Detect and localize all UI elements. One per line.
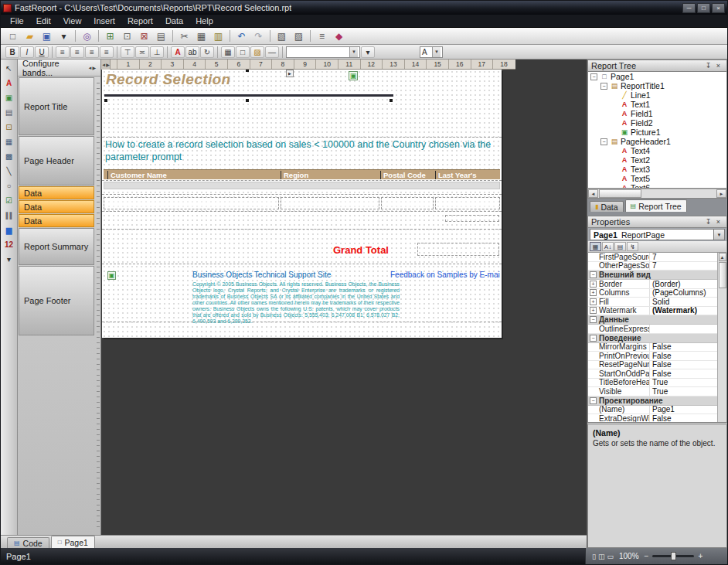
- matrix-tool[interactable]: ▩: [2, 150, 16, 163]
- pin-icon[interactable]: ↧: [703, 218, 713, 226]
- data-field-box[interactable]: [445, 215, 499, 222]
- selection-handle[interactable]: [246, 70, 249, 72]
- fill-color-button[interactable]: ▨: [250, 46, 264, 58]
- menu-insert[interactable]: Insert: [87, 15, 121, 26]
- border-all-button[interactable]: ▦: [221, 46, 235, 58]
- tree-item-text4[interactable]: AText4: [588, 146, 726, 155]
- configure-bands-button[interactable]: Configure bands... ◄▶: [18, 60, 100, 77]
- underline-button[interactable]: U: [35, 46, 49, 58]
- menu-view[interactable]: View: [57, 15, 88, 26]
- menu-help[interactable]: Help: [189, 15, 219, 26]
- single-page-view[interactable]: ▯: [592, 553, 596, 560]
- align-top-button[interactable]: ⊤: [121, 46, 134, 58]
- copy-button[interactable]: ▦: [193, 29, 209, 43]
- property-value[interactable]: False: [650, 369, 717, 378]
- property-value[interactable]: False: [650, 342, 717, 351]
- ungroup-button[interactable]: ▨: [291, 29, 307, 43]
- header-description-text[interactable]: How to create a record selection based o…: [105, 138, 493, 163]
- continuous-view[interactable]: ◫: [598, 553, 605, 560]
- cut-button[interactable]: ✂: [176, 29, 192, 43]
- property-value[interactable]: True: [650, 387, 717, 396]
- column-header[interactable]: Postal Code: [380, 171, 426, 179]
- data-row-band[interactable]: [104, 182, 500, 189]
- expand-icon[interactable]: +: [590, 281, 597, 288]
- scroll-thumb[interactable]: [599, 189, 641, 198]
- scroll-left-icon[interactable]: ◄: [588, 189, 598, 198]
- tree-item-pageheader1[interactable]: −▤PageHeader1: [588, 137, 726, 146]
- align-center-button[interactable]: ≡: [70, 46, 84, 58]
- tree-item-line1[interactable]: ╱Line1: [588, 90, 726, 100]
- band-data[interactable]: Data: [19, 214, 94, 227]
- property-row[interactable]: OtherPagesSourc7: [588, 262, 717, 271]
- close-icon[interactable]: ×: [713, 62, 723, 70]
- zoom-out-icon[interactable]: −: [645, 552, 649, 560]
- property-pages-button[interactable]: ▤: [614, 242, 626, 251]
- band-report-title[interactable]: Report Title: [19, 77, 94, 135]
- selection-handle[interactable]: [390, 99, 393, 102]
- highlight-button[interactable]: ab: [185, 46, 199, 58]
- alphabetic-button[interactable]: A↓: [602, 242, 614, 251]
- property-value[interactable]: Page1: [650, 405, 717, 414]
- tree-item-text2[interactable]: AText2: [588, 155, 726, 165]
- column-header[interactable]: Customer Name: [107, 171, 167, 179]
- pin-icon[interactable]: ↧: [703, 62, 713, 70]
- condition-combo[interactable]: ▼: [286, 46, 360, 58]
- barcode-tool[interactable]: ∥∥: [2, 209, 16, 222]
- categorized-button[interactable]: ▦: [590, 242, 601, 251]
- property-category[interactable]: −Проектирование: [588, 397, 717, 406]
- chevron-down-icon[interactable]: ▼: [714, 229, 725, 240]
- data-cell[interactable]: [381, 197, 434, 209]
- close-button[interactable]: ×: [712, 3, 725, 13]
- new-page-button[interactable]: ⊞: [102, 29, 118, 43]
- rotation-button[interactable]: ↻: [200, 46, 214, 58]
- new-dialog-button[interactable]: ⊡: [119, 29, 135, 43]
- property-value[interactable]: (Border): [650, 280, 717, 288]
- align-right-button[interactable]: ≡: [85, 46, 99, 58]
- italic-button[interactable]: I: [20, 46, 34, 58]
- property-value[interactable]: True: [650, 378, 717, 386]
- data-cell[interactable]: [281, 197, 379, 209]
- align-bottom-button[interactable]: ⊥: [150, 46, 164, 58]
- title-bar[interactable]: FastReport - C:\Users\Test\Documents\Rep…: [1, 1, 727, 15]
- group-button[interactable]: ▧: [274, 29, 290, 43]
- picture-object-tool[interactable]: ▣: [2, 91, 16, 104]
- save-menu-caret[interactable]: ▾: [56, 29, 72, 43]
- tree-item-picture1[interactable]: ▣Picture1: [588, 128, 726, 137]
- events-button[interactable]: ↯: [627, 242, 638, 251]
- zoom-slider[interactable]: [652, 555, 694, 557]
- property-value[interactable]: 7: [650, 253, 717, 261]
- shape-tool[interactable]: ○: [2, 179, 16, 192]
- tree-item-reporttitle1[interactable]: −▤ReportTitle1: [588, 81, 726, 90]
- band-data[interactable]: Data: [19, 186, 94, 199]
- property-row[interactable]: +Border(Border): [588, 280, 717, 289]
- ruler-corner-icon[interactable]: ◄▶: [101, 60, 111, 70]
- support-site-link[interactable]: Business Objects Technical Support Site: [192, 271, 331, 279]
- band-page-header[interactable]: Page Header: [19, 136, 94, 185]
- property-category[interactable]: −Внешний вид: [588, 271, 717, 280]
- text-object-tool[interactable]: A: [2, 77, 16, 90]
- line-tool[interactable]: ╲: [2, 165, 16, 178]
- property-value[interactable]: 7: [650, 261, 717, 270]
- selection-handle[interactable]: [104, 99, 107, 102]
- report-page[interactable]: Record Selection ▶ ▣ How to create a rec…: [102, 70, 502, 338]
- property-value[interactable]: False: [650, 414, 717, 423]
- menu-report[interactable]: Report: [121, 15, 159, 26]
- save-button[interactable]: ▣: [39, 29, 55, 43]
- zoom-slider-thumb[interactable]: [671, 552, 676, 560]
- tree-item-page1[interactable]: −□Page1: [588, 72, 726, 81]
- property-row[interactable]: TitleBeforeHeadeTrue: [588, 379, 717, 388]
- property-value[interactable]: Solid: [650, 298, 717, 306]
- band-tool[interactable]: ▤: [2, 106, 16, 119]
- data-cell[interactable]: [104, 197, 279, 209]
- collapse-icon[interactable]: −: [600, 83, 607, 90]
- tree-item-text3[interactable]: AText3: [588, 165, 726, 174]
- close-icon[interactable]: ×: [713, 218, 723, 226]
- select-tool[interactable]: ↖: [2, 62, 16, 75]
- minimize-button[interactable]: ─: [682, 3, 696, 13]
- feedback-link[interactable]: Feedback on Samples by E-mai: [390, 271, 500, 279]
- checkbox-tool[interactable]: ☑: [2, 194, 16, 207]
- styles-button[interactable]: ◆: [331, 29, 347, 43]
- align-middle-button[interactable]: ≍: [135, 46, 149, 58]
- collapse-icon[interactable]: −: [590, 271, 597, 278]
- page-width-view[interactable]: ▭: [607, 553, 614, 560]
